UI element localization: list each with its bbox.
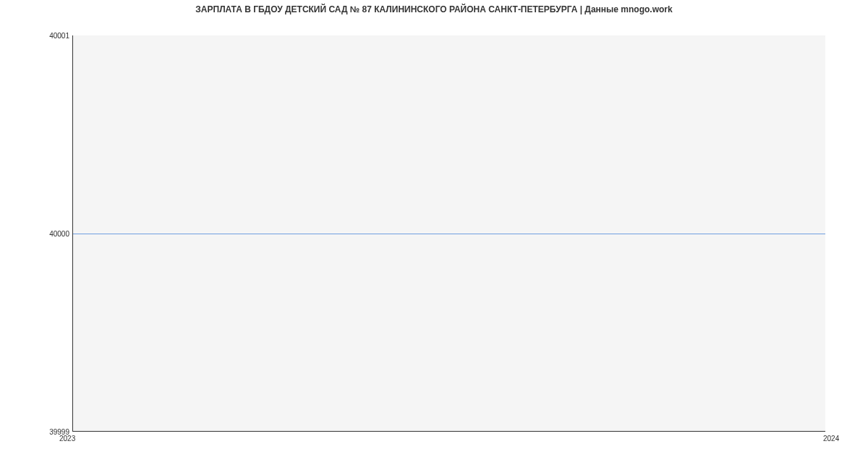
salary-chart: ЗАРПЛАТА В ГБДОУ ДЕТСКИЙ САД № 87 КАЛИНИ… [0, 0, 868, 470]
plot-area [72, 35, 825, 432]
x-tick-label: 2024 [823, 435, 839, 443]
y-tick-label: 40001 [4, 32, 69, 40]
chart-title: ЗАРПЛАТА В ГБДОУ ДЕТСКИЙ САД № 87 КАЛИНИ… [0, 4, 868, 14]
x-tick-label: 2023 [59, 435, 75, 443]
salary-line [73, 234, 825, 234]
y-tick-label: 40000 [4, 230, 69, 238]
